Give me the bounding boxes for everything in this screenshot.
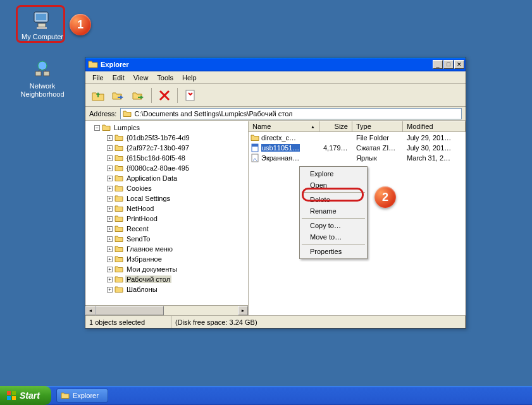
tree-item[interactable]: −Lumpics [88, 123, 248, 133]
scroll-right-button[interactable]: ► [238, 306, 248, 315]
maximize-button[interactable]: □ [443, 60, 454, 69]
list-item[interactable]: Экранная…ЯрлыкMarch 31, 2… [249, 153, 466, 163]
expand-icon[interactable]: + [107, 186, 113, 191]
menu-view[interactable]: View [129, 73, 153, 83]
context-menu-item[interactable]: Open [301, 179, 366, 191]
context-menu-item[interactable]: Copy to… [301, 220, 366, 231]
close-button[interactable]: ✕ [454, 60, 464, 69]
menu-file[interactable]: File [88, 73, 108, 83]
tree-item[interactable]: +{2af972c7-13b0-497 [88, 143, 248, 153]
collapse-icon[interactable]: − [94, 125, 100, 131]
tree-item[interactable]: +SendTo [88, 234, 248, 244]
scroll-left-button[interactable]: ◄ [85, 306, 96, 315]
horizontal-scrollbar[interactable]: ◄ ► [85, 305, 248, 315]
expand-icon[interactable]: + [107, 176, 113, 181]
status-selection: 1 objects selected [85, 316, 171, 328]
tree-item[interactable]: +Главное меню [88, 244, 248, 254]
tree-item[interactable]: +Мои документы [88, 264, 248, 274]
tree-item[interactable]: +PrintHood [88, 214, 248, 224]
tree-item[interactable]: +Application Data [88, 173, 248, 183]
address-input[interactable]: C:\Documents and Settings\Lumpics\Рабочи… [120, 108, 462, 119]
file-name: usb11051… [261, 144, 300, 152]
expand-icon[interactable]: + [107, 166, 113, 171]
tree-item[interactable]: +{615bc16d-60f5-48 [88, 153, 248, 163]
context-menu-item[interactable]: Move to… [301, 231, 366, 243]
column-modified[interactable]: Modified [403, 121, 466, 131]
tree-label: Application Data [125, 174, 178, 182]
expand-icon[interactable]: + [107, 145, 113, 151]
list-item[interactable]: directx_c…File FolderJuly 29, 201… [249, 133, 466, 143]
file-name: directx_c… [261, 134, 296, 142]
folder-icon [114, 245, 123, 253]
context-menu-item[interactable]: Rename [301, 205, 366, 217]
menu-edit[interactable]: Edit [108, 73, 129, 83]
expand-icon[interactable]: + [107, 257, 113, 262]
copy-to-button[interactable] [109, 87, 127, 104]
minimize-button[interactable]: _ [433, 60, 443, 69]
svg-rect-11 [252, 144, 258, 147]
scroll-thumb[interactable] [96, 306, 164, 315]
column-type[interactable]: Type [352, 121, 403, 131]
file-name: Экранная… [261, 154, 299, 162]
tree-item[interactable]: +Cookies [88, 183, 248, 193]
context-menu-item[interactable]: Delete [301, 194, 366, 205]
folder-icon [114, 265, 123, 274]
status-disk-space: (Disk free space: 3.24 GB) [171, 316, 466, 328]
svg-rect-14 [12, 391, 16, 395]
sort-arrow-icon: ▲ [311, 124, 315, 129]
expand-icon[interactable]: + [107, 287, 113, 293]
menu-help[interactable]: Help [178, 73, 201, 83]
folder-icon [61, 391, 70, 400]
expand-icon[interactable]: + [107, 155, 113, 161]
up-button[interactable] [89, 87, 107, 104]
tree-label: {f0080ca2-80ae-495 [125, 164, 190, 172]
folder-icon [114, 184, 123, 193]
network-icon [31, 58, 54, 81]
context-menu-item[interactable]: Properties [301, 246, 366, 257]
tree-label: Рабочий стол [125, 275, 171, 283]
svg-rect-6 [44, 71, 49, 76]
taskbar-item-explorer[interactable]: Explorer [56, 389, 108, 402]
start-button[interactable]: Start [0, 386, 51, 405]
folder-icon [114, 214, 123, 223]
properties-button[interactable] [182, 87, 199, 104]
tree-item[interactable]: +Recent [88, 224, 248, 234]
computer-icon [31, 9, 54, 32]
menu-bar: File Edit View Tools Help [85, 71, 466, 84]
tree-item[interactable]: +NetHood [88, 203, 248, 214]
folder-tree-pane[interactable]: −Lumpics+{01db25f3-1b76-4d9+{2af972c7-13… [85, 121, 249, 315]
menu-tools[interactable]: Tools [152, 73, 178, 83]
expand-icon[interactable]: + [107, 206, 113, 212]
address-path: C:\Documents and Settings\Lumpics\Рабочи… [134, 110, 292, 118]
tree-item[interactable]: +{01db25f3-1b76-4d9 [88, 133, 248, 143]
expand-icon[interactable]: + [107, 196, 113, 202]
desktop-icon-my-computer[interactable]: My Computer [19, 9, 66, 41]
column-name[interactable]: Name▲ [249, 121, 319, 131]
desktop-icon-label: My Computer [19, 33, 66, 41]
desktop-icon-network[interactable]: Network Neighborhood [19, 58, 66, 99]
expand-icon[interactable]: + [107, 135, 113, 141]
tree-label: {615bc16d-60f5-48 [125, 154, 187, 162]
tree-item[interactable]: +{f0080ca2-80ae-495 [88, 163, 248, 173]
expand-icon[interactable]: + [107, 236, 113, 242]
scroll-track[interactable] [96, 306, 238, 315]
tree-label: Мои документы [125, 265, 178, 273]
delete-button[interactable] [156, 87, 173, 104]
list-item[interactable]: usb11051…4,179 KBСжатая ZIP…July 30, 201… [249, 143, 466, 153]
expand-icon[interactable]: + [107, 246, 113, 252]
column-size[interactable]: Size [319, 121, 352, 131]
svg-point-4 [38, 61, 47, 70]
expand-icon[interactable]: + [107, 267, 113, 272]
expand-icon[interactable]: + [107, 277, 113, 282]
folder-icon [114, 154, 123, 162]
context-menu-item[interactable]: Explore [301, 168, 366, 179]
file-icon [251, 154, 259, 162]
titlebar[interactable]: Explorer _ □ ✕ [85, 57, 466, 71]
move-to-button[interactable] [130, 87, 147, 104]
tree-item[interactable]: +Local Settings [88, 193, 248, 203]
expand-icon[interactable]: + [107, 226, 113, 232]
tree-item[interactable]: +Рабочий стол [88, 274, 248, 284]
expand-icon[interactable]: + [107, 216, 113, 222]
tree-item[interactable]: +Избранное [88, 254, 248, 264]
tree-item[interactable]: +Шаблоны [88, 284, 248, 294]
